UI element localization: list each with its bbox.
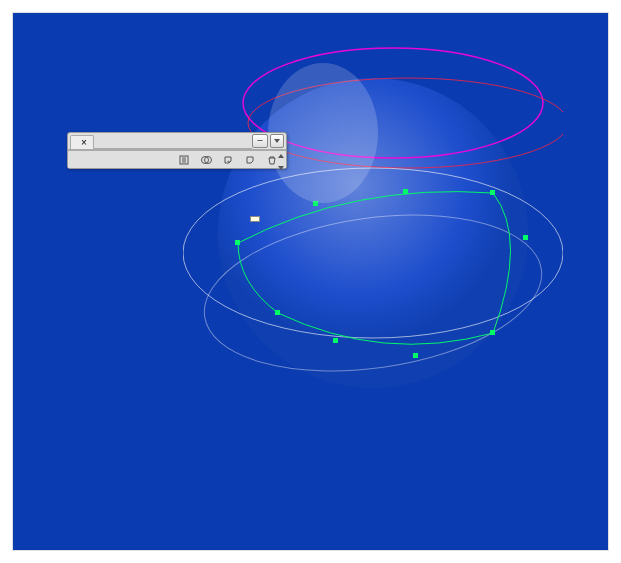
close-tab-icon[interactable]: ×: [81, 137, 87, 148]
vector-artwork: [183, 43, 563, 423]
layers-panel: × – +: [67, 132, 287, 169]
panel-status-bar: +: [68, 150, 286, 168]
svg-rect-10: [490, 330, 495, 335]
panel-minimize-button[interactable]: –: [252, 134, 268, 148]
svg-rect-8: [490, 190, 495, 195]
new-sublayer-button[interactable]: +: [217, 152, 239, 168]
tooltip: [250, 216, 260, 222]
svg-rect-9: [523, 235, 528, 240]
svg-text:+: +: [227, 157, 231, 163]
svg-rect-13: [275, 310, 280, 315]
svg-rect-12: [333, 338, 338, 343]
svg-rect-5: [235, 240, 240, 245]
new-layer-button[interactable]: [239, 152, 261, 168]
panel-titlebar[interactable]: × –: [68, 133, 286, 149]
svg-rect-11: [413, 353, 418, 358]
canvas-background: × – +: [12, 12, 609, 551]
layers-list: [68, 149, 286, 150]
panel-menu-button[interactable]: [270, 134, 284, 148]
svg-rect-7: [403, 189, 408, 194]
scroll-up-arrow[interactable]: [275, 150, 286, 162]
make-clipping-mask-button[interactable]: [195, 152, 217, 168]
panel-tab-layers[interactable]: ×: [70, 135, 94, 149]
locate-object-button[interactable]: [173, 152, 195, 168]
scroll-down-arrow[interactable]: [275, 162, 286, 174]
